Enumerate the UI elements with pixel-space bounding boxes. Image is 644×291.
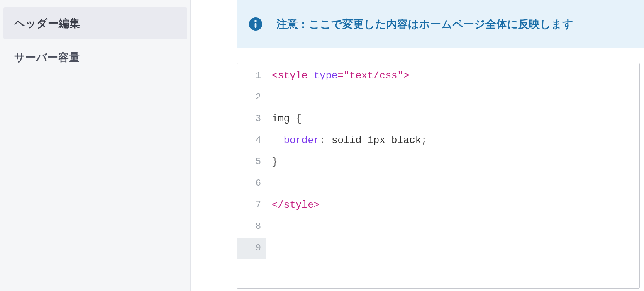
line-number: 4 [237, 130, 266, 151]
line-number: 2 [237, 87, 266, 108]
line-number: 5 [237, 151, 266, 173]
code-line[interactable]: 4 border: solid 1px black; [237, 130, 639, 151]
code-token: = [337, 70, 343, 81]
code-line[interactable]: 9 [237, 238, 639, 259]
line-content[interactable]: } [266, 151, 639, 173]
code-token: <style [272, 70, 314, 81]
code-token: border [284, 135, 320, 146]
code-line[interactable]: 2 [237, 87, 639, 108]
sidebar-item-header-edit[interactable]: ヘッダー編集 [3, 7, 187, 39]
code-token: </style> [272, 199, 320, 211]
info-alert-text: 注意：ここで変更した内容はホームページ全体に反映します [276, 17, 573, 32]
line-content[interactable]: </style> [266, 194, 639, 216]
code-line[interactable]: 7</style> [237, 194, 639, 216]
line-content[interactable]: border: solid 1px black; [266, 130, 639, 151]
code-editor[interactable]: 1<style type="text/css">2 3img {4 border… [237, 63, 640, 289]
sidebar-item-label: ヘッダー編集 [14, 16, 80, 31]
line-content[interactable] [266, 173, 639, 194]
code-line[interactable]: 6 [237, 173, 639, 194]
code-line[interactable]: 1<style type="text/css"> [237, 65, 639, 87]
code-token: solid 1px black [332, 135, 421, 146]
info-circle-icon [249, 17, 262, 31]
line-number: 1 [237, 65, 266, 87]
code-token: type [314, 70, 338, 81]
code-line[interactable]: 8 [237, 216, 639, 238]
editor-cursor [273, 243, 273, 254]
main-content: 注意：ここで変更した内容はホームページ全体に反映します 1<style type… [191, 0, 644, 291]
code-token: > [403, 70, 409, 81]
app-layout: ヘッダー編集 サーバー容量 注意：ここで変更した内容はホームページ全体に反映しま… [0, 0, 644, 291]
code-token: } [272, 156, 278, 167]
code-line[interactable]: 5} [237, 151, 639, 173]
sidebar-item-server-capacity[interactable]: サーバー容量 [0, 41, 190, 73]
line-number: 3 [237, 108, 266, 130]
line-number: 8 [237, 216, 266, 238]
line-content[interactable] [266, 216, 639, 238]
code-token: ; [421, 135, 427, 146]
code-area[interactable]: 1<style type="text/css">2 3img {4 border… [237, 65, 639, 259]
code-token: "text/css" [344, 70, 403, 81]
sidebar: ヘッダー編集 サーバー容量 [0, 0, 191, 291]
svg-rect-2 [255, 23, 257, 28]
code-token: : [320, 135, 332, 146]
line-content[interactable]: <style type="text/css"> [266, 65, 639, 87]
info-alert: 注意：ここで変更した内容はホームページ全体に反映します [237, 0, 644, 48]
code-token: { [296, 113, 302, 124]
line-content[interactable] [266, 87, 639, 108]
code-token: img [272, 113, 296, 124]
sidebar-item-label: サーバー容量 [14, 50, 80, 65]
line-number: 6 [237, 173, 266, 194]
code-token [272, 135, 284, 146]
line-number: 7 [237, 194, 266, 216]
line-number: 9 [237, 238, 266, 259]
svg-point-1 [254, 20, 256, 22]
code-line[interactable]: 3img { [237, 108, 639, 130]
line-content[interactable] [266, 238, 639, 259]
line-content[interactable]: img { [266, 108, 639, 130]
